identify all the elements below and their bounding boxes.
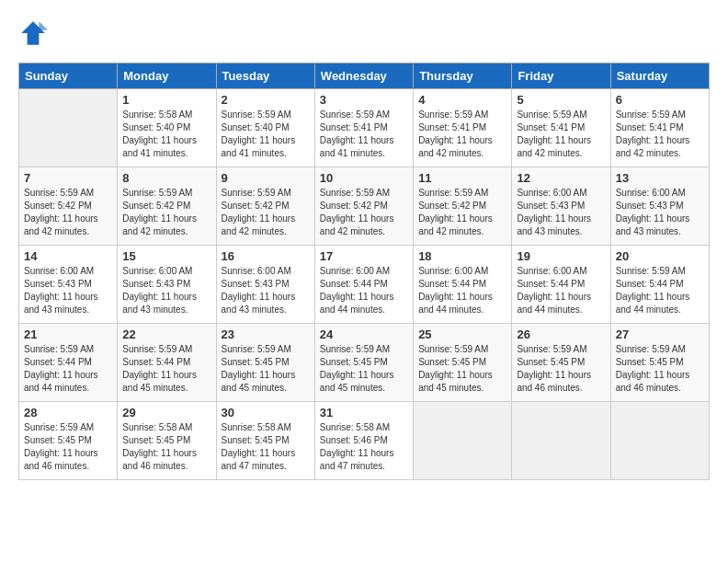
calendar-table: SundayMondayTuesdayWednesdayThursdayFrid… [18, 63, 710, 480]
day-info: Sunrise: 6:00 AM Sunset: 5:44 PM Dayligh… [517, 265, 605, 316]
calendar-week-row: 7Sunrise: 5:59 AM Sunset: 5:42 PM Daylig… [19, 167, 710, 246]
calendar-cell: 29Sunrise: 5:58 AM Sunset: 5:45 PM Dayli… [118, 402, 216, 480]
calendar-week-row: 1Sunrise: 5:58 AM Sunset: 5:40 PM Daylig… [19, 89, 710, 167]
day-info: Sunrise: 5:59 AM Sunset: 5:41 PM Dayligh… [517, 109, 605, 160]
calendar-cell [414, 402, 512, 480]
weekday-header: Saturday [610, 63, 709, 89]
day-number: 7 [24, 171, 112, 185]
day-number: 2 [222, 93, 310, 107]
day-number: 4 [418, 93, 506, 107]
day-info: Sunrise: 5:59 AM Sunset: 5:42 PM Dayligh… [320, 187, 408, 238]
day-number: 24 [320, 327, 408, 341]
calendar-cell: 7Sunrise: 5:59 AM Sunset: 5:42 PM Daylig… [19, 167, 118, 246]
weekday-header: Wednesday [314, 63, 413, 89]
calendar-cell: 25Sunrise: 5:59 AM Sunset: 5:45 PM Dayli… [414, 324, 512, 402]
day-number: 27 [616, 327, 704, 341]
day-info: Sunrise: 5:59 AM Sunset: 5:44 PM Dayligh… [616, 265, 704, 316]
page-header [18, 18, 710, 48]
day-info: Sunrise: 5:59 AM Sunset: 5:42 PM Dayligh… [222, 187, 310, 238]
calendar-cell: 22Sunrise: 5:59 AM Sunset: 5:44 PM Dayli… [118, 324, 216, 402]
calendar-cell: 20Sunrise: 5:59 AM Sunset: 5:44 PM Dayli… [610, 246, 709, 324]
day-number: 6 [616, 93, 704, 107]
day-number: 25 [418, 327, 506, 341]
day-info: Sunrise: 5:59 AM Sunset: 5:41 PM Dayligh… [616, 109, 704, 160]
calendar-cell: 6Sunrise: 5:59 AM Sunset: 5:41 PM Daylig… [610, 89, 709, 167]
day-number: 29 [122, 406, 210, 419]
day-number: 9 [222, 171, 310, 185]
calendar-cell: 31Sunrise: 5:58 AM Sunset: 5:46 PM Dayli… [314, 402, 413, 480]
calendar-cell: 5Sunrise: 5:59 AM Sunset: 5:41 PM Daylig… [512, 89, 610, 167]
day-number: 14 [24, 249, 112, 263]
day-number: 15 [122, 249, 210, 263]
calendar-cell: 4Sunrise: 5:59 AM Sunset: 5:41 PM Daylig… [414, 89, 512, 167]
calendar-cell: 12Sunrise: 6:00 AM Sunset: 5:43 PM Dayli… [512, 167, 610, 246]
calendar-cell [19, 89, 118, 167]
calendar-cell: 18Sunrise: 6:00 AM Sunset: 5:44 PM Dayli… [414, 246, 512, 324]
calendar-header-row: SundayMondayTuesdayWednesdayThursdayFrid… [19, 63, 710, 89]
calendar-week-row: 28Sunrise: 5:59 AM Sunset: 5:45 PM Dayli… [19, 402, 710, 480]
day-info: Sunrise: 5:59 AM Sunset: 5:42 PM Dayligh… [122, 187, 210, 238]
calendar-cell: 30Sunrise: 5:58 AM Sunset: 5:45 PM Dayli… [216, 402, 314, 480]
day-number: 28 [24, 406, 112, 419]
calendar-week-row: 21Sunrise: 5:59 AM Sunset: 5:44 PM Dayli… [19, 324, 710, 402]
day-info: Sunrise: 5:59 AM Sunset: 5:44 PM Dayligh… [122, 343, 210, 395]
calendar-cell [610, 402, 709, 480]
calendar-cell: 1Sunrise: 5:58 AM Sunset: 5:40 PM Daylig… [118, 89, 216, 167]
day-info: Sunrise: 6:00 AM Sunset: 5:43 PM Dayligh… [616, 187, 704, 238]
weekday-header: Thursday [414, 63, 512, 89]
day-info: Sunrise: 5:59 AM Sunset: 5:45 PM Dayligh… [320, 343, 408, 395]
calendar-cell: 24Sunrise: 5:59 AM Sunset: 5:45 PM Dayli… [314, 324, 413, 402]
weekday-header: Friday [512, 63, 610, 89]
day-number: 3 [320, 93, 408, 107]
day-number: 11 [418, 171, 506, 185]
calendar-cell: 21Sunrise: 5:59 AM Sunset: 5:44 PM Dayli… [19, 324, 118, 402]
day-info: Sunrise: 5:59 AM Sunset: 5:45 PM Dayligh… [24, 421, 112, 473]
day-number: 5 [517, 93, 605, 107]
weekday-header: Sunday [19, 63, 118, 89]
svg-marker-1 [39, 21, 48, 30]
calendar-cell: 15Sunrise: 6:00 AM Sunset: 5:43 PM Dayli… [118, 246, 216, 324]
day-number: 31 [320, 406, 408, 419]
calendar-cell: 19Sunrise: 6:00 AM Sunset: 5:44 PM Dayli… [512, 246, 610, 324]
day-info: Sunrise: 5:59 AM Sunset: 5:42 PM Dayligh… [418, 187, 506, 238]
day-number: 13 [616, 171, 704, 185]
day-info: Sunrise: 6:00 AM Sunset: 5:44 PM Dayligh… [320, 265, 408, 316]
day-number: 21 [24, 327, 112, 341]
calendar-cell: 10Sunrise: 5:59 AM Sunset: 5:42 PM Dayli… [314, 167, 413, 246]
day-info: Sunrise: 5:59 AM Sunset: 5:41 PM Dayligh… [320, 109, 408, 160]
day-info: Sunrise: 6:00 AM Sunset: 5:44 PM Dayligh… [418, 265, 506, 316]
calendar-cell: 16Sunrise: 6:00 AM Sunset: 5:43 PM Dayli… [216, 246, 314, 324]
day-number: 16 [222, 249, 310, 263]
day-info: Sunrise: 5:58 AM Sunset: 5:45 PM Dayligh… [122, 421, 210, 473]
day-info: Sunrise: 5:58 AM Sunset: 5:40 PM Dayligh… [122, 109, 210, 160]
day-info: Sunrise: 5:59 AM Sunset: 5:45 PM Dayligh… [222, 343, 310, 395]
day-info: Sunrise: 5:59 AM Sunset: 5:45 PM Dayligh… [418, 343, 506, 395]
day-info: Sunrise: 6:00 AM Sunset: 5:43 PM Dayligh… [517, 187, 605, 238]
day-number: 17 [320, 249, 408, 263]
calendar-cell: 9Sunrise: 5:59 AM Sunset: 5:42 PM Daylig… [216, 167, 314, 246]
day-number: 8 [122, 171, 210, 185]
calendar-cell: 8Sunrise: 5:59 AM Sunset: 5:42 PM Daylig… [118, 167, 216, 246]
day-info: Sunrise: 5:59 AM Sunset: 5:42 PM Dayligh… [24, 187, 112, 238]
day-number: 30 [222, 406, 310, 419]
weekday-header: Monday [118, 63, 216, 89]
calendar-cell [512, 402, 610, 480]
day-number: 18 [418, 249, 506, 263]
calendar-cell: 27Sunrise: 5:59 AM Sunset: 5:45 PM Dayli… [610, 324, 709, 402]
day-info: Sunrise: 5:58 AM Sunset: 5:46 PM Dayligh… [320, 421, 408, 473]
logo-icon [18, 18, 48, 48]
calendar-cell: 26Sunrise: 5:59 AM Sunset: 5:45 PM Dayli… [512, 324, 610, 402]
day-number: 23 [222, 327, 310, 341]
day-info: Sunrise: 6:00 AM Sunset: 5:43 PM Dayligh… [24, 265, 112, 316]
calendar-cell: 14Sunrise: 6:00 AM Sunset: 5:43 PM Dayli… [19, 246, 118, 324]
day-number: 12 [517, 171, 605, 185]
day-number: 22 [122, 327, 210, 341]
day-info: Sunrise: 5:59 AM Sunset: 5:45 PM Dayligh… [517, 343, 605, 395]
calendar-cell: 23Sunrise: 5:59 AM Sunset: 5:45 PM Dayli… [216, 324, 314, 402]
calendar-week-row: 14Sunrise: 6:00 AM Sunset: 5:43 PM Dayli… [19, 246, 710, 324]
day-info: Sunrise: 5:59 AM Sunset: 5:40 PM Dayligh… [222, 109, 310, 160]
day-number: 20 [616, 249, 704, 263]
calendar-cell: 2Sunrise: 5:59 AM Sunset: 5:40 PM Daylig… [216, 89, 314, 167]
day-number: 1 [122, 93, 210, 107]
day-info: Sunrise: 5:59 AM Sunset: 5:44 PM Dayligh… [24, 343, 112, 395]
